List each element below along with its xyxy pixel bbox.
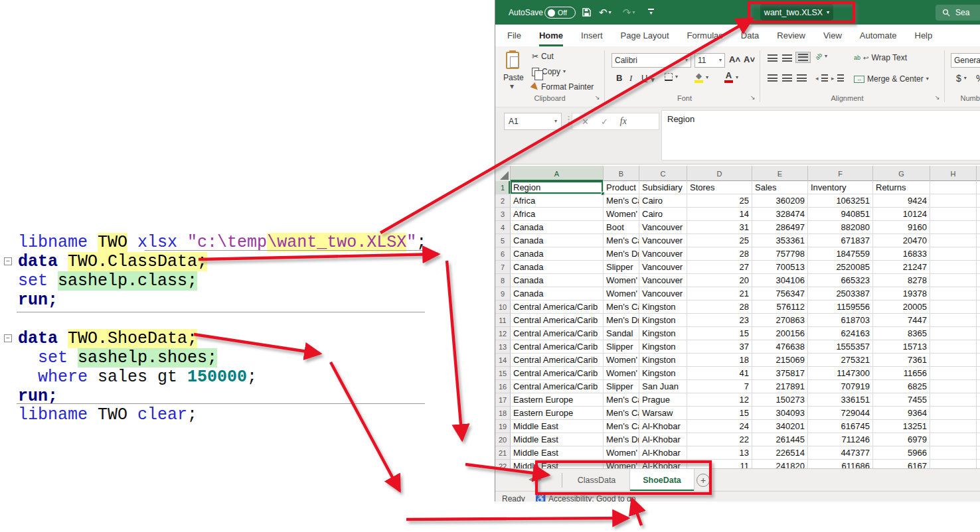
cell-I3[interactable] — [977, 208, 980, 221]
cell-H8[interactable] — [930, 274, 977, 287]
cell-I18[interactable] — [977, 407, 980, 420]
cell-A7[interactable]: Canada — [511, 261, 604, 274]
row-header-11[interactable]: 11 — [495, 314, 511, 327]
cell-I17[interactable] — [977, 393, 980, 407]
cell-I5[interactable] — [977, 234, 980, 247]
cell-I19[interactable] — [977, 420, 980, 433]
tab-page-layout[interactable]: Page Layout — [621, 25, 669, 46]
cell-F12[interactable]: 624163 — [808, 327, 873, 340]
cell-C7[interactable]: Vancouver — [639, 261, 687, 274]
insert-function-icon[interactable]: fx — [620, 116, 627, 127]
cell-B4[interactable]: Boot — [604, 221, 639, 234]
cell-D13[interactable]: 37 — [687, 340, 752, 354]
cell-F22[interactable]: 611686 — [808, 460, 873, 468]
cell-I21[interactable] — [977, 446, 980, 460]
align-top-button[interactable] — [768, 54, 777, 62]
cell-A5[interactable]: Canada — [511, 234, 604, 247]
cell-G12[interactable]: 8365 — [873, 327, 930, 340]
cell-B22[interactable]: Women' — [604, 460, 639, 468]
row-header-10[interactable]: 10 — [495, 300, 511, 314]
sheet-nav-arrows[interactable]: ◂▸ — [529, 474, 547, 484]
cell-F18[interactable]: 729044 — [808, 407, 873, 420]
row-header-5[interactable]: 5 — [495, 234, 511, 247]
tab-automate[interactable]: Automate — [860, 25, 897, 46]
row-header-15[interactable]: 15 — [495, 367, 511, 380]
autosave-toggle[interactable]: Off — [544, 7, 576, 19]
row-header-14[interactable]: 14 — [495, 354, 511, 367]
cell-D5[interactable]: 25 — [687, 234, 752, 247]
italic-button[interactable]: I — [629, 73, 632, 84]
column-header-E[interactable]: E — [752, 166, 808, 181]
cell-D9[interactable]: 21 — [687, 287, 752, 300]
cell-H15[interactable] — [930, 367, 977, 380]
cell-G19[interactable]: 13251 — [873, 420, 930, 433]
cell-D2[interactable]: 25 — [687, 194, 752, 208]
cell-E1[interactable]: Sales — [752, 181, 808, 194]
cell-E15[interactable]: 375817 — [752, 367, 808, 380]
cell-A16[interactable]: Central America/Carib — [511, 380, 604, 393]
column-header-F[interactable]: F — [808, 166, 873, 181]
cell-E8[interactable]: 304106 — [752, 274, 808, 287]
cell-I15[interactable] — [977, 367, 980, 380]
name-box[interactable]: A1▾ — [504, 113, 562, 130]
cell-C5[interactable]: Vancouver — [639, 234, 687, 247]
sheet-tab-classdata[interactable]: ClassData — [565, 469, 628, 492]
cell-G8[interactable]: 8278 — [873, 274, 930, 287]
cell-I9[interactable] — [977, 287, 980, 300]
align-bottom-button[interactable] — [795, 52, 811, 63]
cell-C14[interactable]: Kingston — [639, 354, 687, 367]
row-header-17[interactable]: 17 — [495, 393, 511, 407]
cell-C6[interactable]: Vancouver — [639, 247, 687, 261]
underline-button[interactable]: U — [641, 73, 647, 83]
row-header-4[interactable]: 4 — [495, 221, 511, 234]
row-header-12[interactable]: 12 — [495, 327, 511, 340]
cell-G7[interactable]: 21247 — [873, 261, 930, 274]
cell-H16[interactable] — [930, 380, 977, 393]
cell-H20[interactable] — [930, 433, 977, 446]
cell-B14[interactable]: Women' — [604, 354, 639, 367]
search-box[interactable]: Sea — [936, 5, 980, 21]
cell-A14[interactable]: Central America/Carib — [511, 354, 604, 367]
cell-G4[interactable]: 9160 — [873, 221, 930, 234]
accessibility-status[interactable]: Accessibility: Good to go — [548, 494, 635, 501]
cell-A19[interactable]: Middle East — [511, 420, 604, 433]
cell-B12[interactable]: Sandal — [604, 327, 639, 340]
cell-E19[interactable]: 340201 — [752, 420, 808, 433]
cell-G13[interactable]: 15713 — [873, 340, 930, 354]
cell-I14[interactable] — [977, 354, 980, 367]
cell-A21[interactable]: Middle East — [511, 446, 604, 460]
cell-E2[interactable]: 360209 — [752, 194, 808, 208]
cell-G10[interactable]: 20005 — [873, 300, 930, 314]
undo-button[interactable]: ↶▾ — [599, 0, 612, 25]
row-header-8[interactable]: 8 — [495, 274, 511, 287]
cell-C11[interactable]: Kingston — [639, 314, 687, 327]
cell-D4[interactable]: 31 — [687, 221, 752, 234]
cell-B15[interactable]: Women' — [604, 367, 639, 380]
cell-C17[interactable]: Prague — [639, 393, 687, 407]
percent-format-button[interactable]: % — [976, 73, 980, 84]
cell-B19[interactable]: Men's Ca — [604, 420, 639, 433]
row-header-18[interactable]: 18 — [495, 407, 511, 420]
cell-C2[interactable]: Cairo — [639, 194, 687, 208]
cell-F15[interactable]: 1147300 — [808, 367, 873, 380]
cell-D7[interactable]: 27 — [687, 261, 752, 274]
bold-button[interactable]: B — [616, 73, 622, 83]
cell-E21[interactable]: 226514 — [752, 446, 808, 460]
sheet-tab-shoedata[interactable]: ShoeData — [629, 469, 694, 492]
cell-C10[interactable]: Kingston — [639, 300, 687, 314]
cell-B5[interactable]: Men's Ca — [604, 234, 639, 247]
cell-A11[interactable]: Central America/Carib — [511, 314, 604, 327]
cut-button[interactable]: ✂Cut — [532, 52, 554, 61]
cell-C12[interactable]: Kingston — [639, 327, 687, 340]
cell-B3[interactable]: Women' — [604, 208, 639, 221]
cell-D17[interactable]: 12 — [687, 393, 752, 407]
borders-button[interactable]: ▾ — [665, 73, 678, 81]
cell-G14[interactable]: 7361 — [873, 354, 930, 367]
cell-F4[interactable]: 882080 — [808, 221, 873, 234]
cell-D16[interactable]: 7 — [687, 380, 752, 393]
enter-icon[interactable]: ✓ — [601, 117, 608, 127]
tab-help[interactable]: Help — [915, 25, 933, 46]
cell-D15[interactable]: 41 — [687, 367, 752, 380]
cell-B18[interactable]: Men's Ca — [604, 407, 639, 420]
increase-font-button[interactable]: A˄ — [729, 54, 740, 64]
